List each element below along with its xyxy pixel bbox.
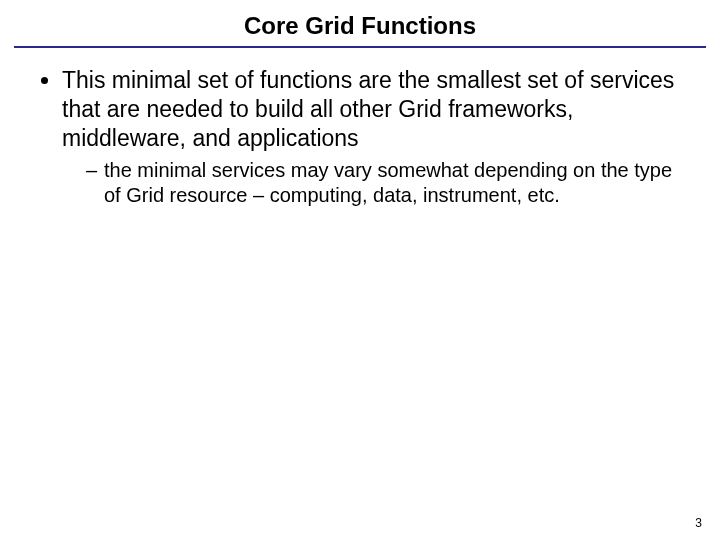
sub-bullet-list: the minimal services may vary somewhat d…	[62, 158, 690, 208]
slide: Core Grid Functions This minimal set of …	[0, 0, 720, 540]
list-item: This minimal set of functions are the sm…	[62, 66, 690, 208]
list-item: the minimal services may vary somewhat d…	[86, 158, 690, 208]
bullet-list: This minimal set of functions are the sm…	[30, 66, 690, 208]
slide-title: Core Grid Functions	[0, 0, 720, 46]
sub-bullet-text: the minimal services may vary somewhat d…	[104, 159, 672, 206]
page-number: 3	[695, 516, 702, 530]
bullet-text: This minimal set of functions are the sm…	[62, 67, 674, 151]
slide-body: This minimal set of functions are the sm…	[0, 48, 720, 208]
